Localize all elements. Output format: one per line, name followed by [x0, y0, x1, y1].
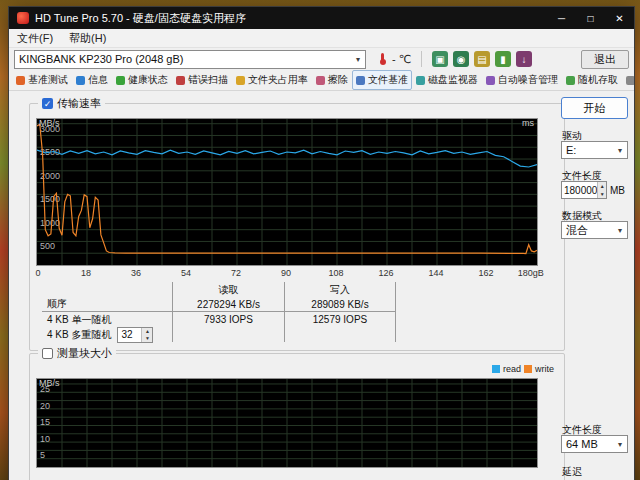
save-icon[interactable]: ◉	[453, 51, 469, 67]
tab-folder-usage[interactable]: 文件夹占用率	[232, 70, 312, 90]
chart-legend: read write	[492, 364, 554, 374]
transfer-rate-label: 传输速率	[57, 96, 101, 111]
error-scan-icon	[176, 76, 185, 85]
tab-label: 文件夹占用率	[248, 73, 308, 87]
write-legend-swatch	[524, 365, 532, 373]
camera-icon[interactable]: ▣	[432, 51, 448, 67]
drive-select[interactable]: KINGBANK KP230 Pro (2048 gB) ▾	[14, 50, 366, 69]
tab-bar: 基准测试信息健康状态错误扫描文件夹占用率擦除文件基准磁盘监视器自动噪音管理随机存…	[9, 70, 634, 91]
data-mode-combo[interactable]: 混合 ▾	[561, 221, 628, 239]
close-button[interactable]: ✕	[605, 7, 634, 29]
svg-text:20: 20	[40, 401, 50, 411]
write-legend-label: write	[535, 364, 554, 374]
checkbox-checked-icon: ✓	[42, 98, 53, 109]
results-read-value: 7933 IOPS	[172, 312, 284, 327]
x-tick-label: 90	[281, 268, 291, 278]
tab-erase[interactable]: 擦除	[312, 70, 352, 90]
svg-text:10: 10	[40, 434, 50, 444]
svg-text:500: 500	[40, 241, 55, 251]
health-icon	[116, 76, 125, 85]
tab-label: 错误扫描	[188, 73, 228, 87]
tab-label: 擦除	[328, 73, 348, 87]
content-area: ✓ 传输速率 MB/s ms 50010001500200025003000 0…	[9, 91, 634, 480]
x-tick-label: 162	[478, 268, 493, 278]
results-read-value: 2278294 KB/s	[172, 297, 284, 312]
spinner-arrows[interactable]: ▲▼	[597, 182, 606, 198]
target-drive-combo[interactable]: E: ▾	[561, 141, 628, 159]
tab-error-scan[interactable]: 错误扫描	[172, 70, 232, 90]
temperature-value: - ℃	[392, 53, 411, 66]
file-length-input[interactable]: 180000 ▲▼	[561, 181, 607, 199]
exit-button[interactable]: 退出	[581, 50, 629, 69]
side-panel: 开始 驱动 E: ▾ 文件长度 180000 ▲▼ MB 数据模式 混合	[561, 91, 628, 480]
chart1-x-axis: 01836547290108126144162180gB	[36, 268, 536, 279]
read-legend-label: read	[503, 364, 521, 374]
tab-file-benchmark[interactable]: 文件基准	[352, 70, 412, 90]
x-tick-label: 0	[35, 268, 40, 278]
x-tick-label: 108	[328, 268, 343, 278]
tab-extra-tests[interactable]: 附加测试	[622, 70, 634, 90]
tab-label: 文件基准	[368, 73, 408, 87]
download-icon[interactable]: ↓	[516, 51, 532, 67]
results-row-label: 顺序	[42, 297, 172, 312]
block-file-length-combo[interactable]: 64 MB ▾	[561, 435, 628, 453]
tab-label: 磁盘监视器	[428, 73, 478, 87]
minimize-button[interactable]: ─	[547, 7, 576, 29]
window-title: HD Tune Pro 5.70 - 硬盘/固态硬盘实用程序	[35, 11, 246, 26]
menu-file[interactable]: 文件(F)	[9, 31, 61, 46]
drive-select-value: KINGBANK KP230 Pro (2048 gB)	[19, 53, 183, 65]
info-icon	[76, 76, 85, 85]
block-file-length-value: 64 MB	[566, 438, 598, 450]
x-tick-label: 126	[378, 268, 393, 278]
chevron-down-icon: ▾	[613, 440, 627, 449]
block-size-checkbox[interactable]: 测量块大小	[38, 346, 116, 361]
transfer-rate-checkbox[interactable]: ✓ 传输速率	[38, 96, 105, 111]
x-tick-label: 180gB	[518, 268, 544, 278]
toolbar: KINGBANK KP230 Pro (2048 gB) ▾ - ℃ ▣◉▤▮↓…	[9, 48, 634, 70]
x-tick-label: 18	[81, 268, 91, 278]
chevron-down-icon: ▾	[613, 146, 627, 155]
queue-depth-spinner[interactable]: 32 ▲▼	[117, 327, 153, 343]
file-length-value: 180000	[562, 182, 597, 198]
usb-drive-icon[interactable]: ▮	[495, 51, 511, 67]
chevron-down-icon: ▾	[351, 55, 365, 64]
target-drive-value: E:	[566, 144, 576, 156]
chevron-down-icon: ▾	[613, 226, 627, 235]
chart1-y2-axis-label: ms	[522, 118, 534, 128]
queue-depth-value: 32	[118, 328, 141, 342]
tab-benchmark[interactable]: 基准测试	[12, 70, 72, 90]
latency-label: 延迟	[562, 465, 582, 479]
spin-up-icon[interactable]: ▲	[598, 182, 606, 190]
chart2-y-axis-label: MB/s	[39, 378, 60, 388]
transfer-rate-chart-wrap: MB/s ms 50010001500200025003000	[36, 118, 538, 266]
results-table: 读取 写入 顺序 2278294 KB/s 289089 KB/s 4 KB 单…	[42, 282, 396, 342]
tab-info[interactable]: 信息	[72, 70, 112, 90]
erase-icon	[316, 76, 325, 85]
spin-down-icon[interactable]: ▼	[142, 335, 152, 342]
block-size-label: 测量块大小	[57, 346, 112, 361]
tab-disk-monitor[interactable]: 磁盘监视器	[412, 70, 482, 90]
results-col-read: 读取	[172, 282, 284, 297]
menu-help[interactable]: 帮助(H)	[61, 31, 114, 46]
start-button[interactable]: 开始	[561, 97, 628, 119]
block-size-chart: 510152025	[36, 378, 538, 468]
title-bar[interactable]: HD Tune Pro 5.70 - 硬盘/固态硬盘实用程序 ─ □ ✕	[9, 7, 634, 29]
block-size-chart-wrap: MB/s 510152025	[36, 378, 538, 468]
menu-bar: 文件(F) 帮助(H)	[9, 29, 634, 48]
checkbox-unchecked-icon	[42, 348, 53, 359]
results-write-value	[284, 327, 396, 342]
spin-up-icon[interactable]: ▲	[142, 328, 152, 335]
spin-down-icon[interactable]: ▼	[598, 190, 606, 198]
tab-aam[interactable]: 自动噪音管理	[482, 70, 562, 90]
maximize-button[interactable]: □	[576, 7, 605, 29]
transfer-rate-chart: 50010001500200025003000	[36, 118, 538, 266]
spinner-arrows[interactable]: ▲▼	[141, 328, 152, 342]
tab-label: 健康状态	[128, 73, 168, 87]
tab-random-access[interactable]: 随机存取	[562, 70, 622, 90]
folder-usage-icon	[236, 76, 245, 85]
toolbar-icons: ▣◉▤▮↓	[432, 51, 532, 67]
folder-icon[interactable]: ▤	[474, 51, 490, 67]
window-controls: ─ □ ✕	[547, 7, 634, 29]
tab-health[interactable]: 健康状态	[112, 70, 172, 90]
block-size-panel: 测量块大小 read write MB/s 510152025	[29, 353, 565, 480]
